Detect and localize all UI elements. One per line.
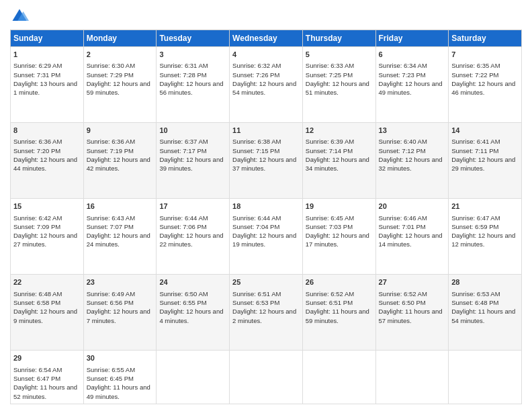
daylight: Daylight: 12 hours and 46 minutes. <box>451 80 515 96</box>
daylight: Daylight: 12 hours and 9 minutes. <box>13 308 77 324</box>
sunset: Sunset: 7:26 PM <box>232 71 279 79</box>
sunrise: Sunrise: 6:33 AM <box>306 62 354 69</box>
daylight: Daylight: 11 hours and 54 minutes. <box>451 308 515 324</box>
sunset: Sunset: 7:25 PM <box>306 71 353 79</box>
calendar-cell: 21Sunrise: 6:47 AMSunset: 6:59 PMDayligh… <box>449 199 522 275</box>
header-cell-friday: Friday <box>375 30 449 47</box>
calendar-cell: 15Sunrise: 6:42 AMSunset: 7:09 PMDayligh… <box>11 199 84 275</box>
daylight: Daylight: 12 hours and 54 minutes. <box>232 80 296 96</box>
sunrise: Sunrise: 6:35 AM <box>451 62 500 69</box>
day-number: 6 <box>379 50 446 60</box>
daylight: Daylight: 12 hours and 49 minutes. <box>379 80 443 96</box>
sunrise: Sunrise: 6:50 AM <box>159 290 208 298</box>
daylight: Daylight: 12 hours and 24 minutes. <box>87 232 150 248</box>
daylight: Daylight: 12 hours and 32 minutes. <box>379 156 443 172</box>
sunset: Sunset: 7:15 PM <box>232 147 279 154</box>
sunset: Sunset: 6:59 PM <box>451 223 498 230</box>
sunrise: Sunrise: 6:32 AM <box>232 62 281 69</box>
sunrise: Sunrise: 6:51 AM <box>232 290 281 298</box>
sunset: Sunset: 7:29 PM <box>87 71 134 79</box>
sunset: Sunset: 6:58 PM <box>13 299 60 306</box>
day-number: 9 <box>87 126 154 136</box>
day-number: 5 <box>306 50 373 60</box>
daylight: Daylight: 12 hours and 2 minutes. <box>232 308 296 324</box>
daylight: Daylight: 11 hours and 59 minutes. <box>306 308 369 324</box>
daylight: Daylight: 12 hours and 37 minutes. <box>232 156 296 172</box>
sunset: Sunset: 6:47 PM <box>13 375 60 382</box>
calendar-cell: 6Sunrise: 6:34 AMSunset: 7:23 PMDaylight… <box>375 47 449 123</box>
sunrise: Sunrise: 6:31 AM <box>159 62 208 69</box>
week-row-1: 1Sunrise: 6:29 AMSunset: 7:31 PMDaylight… <box>11 47 522 123</box>
sunset: Sunset: 7:07 PM <box>87 223 134 230</box>
sunset: Sunset: 6:50 PM <box>379 299 426 306</box>
calendar-cell: 7Sunrise: 6:35 AMSunset: 7:22 PMDaylight… <box>449 47 522 123</box>
calendar-cell: 20Sunrise: 6:46 AMSunset: 7:01 PMDayligh… <box>375 199 449 275</box>
sunset: Sunset: 7:06 PM <box>159 223 206 230</box>
sunset: Sunset: 7:12 PM <box>379 147 426 154</box>
calendar-cell: 22Sunrise: 6:48 AMSunset: 6:58 PMDayligh… <box>11 275 84 351</box>
header-cell-monday: Monday <box>83 30 157 47</box>
daylight: Daylight: 12 hours and 19 minutes. <box>232 232 296 248</box>
header-cell-thursday: Thursday <box>302 30 375 47</box>
daylight: Daylight: 12 hours and 59 minutes. <box>87 80 150 96</box>
day-number: 25 <box>232 277 300 287</box>
sunset: Sunset: 7:31 PM <box>13 71 60 79</box>
daylight: Daylight: 12 hours and 39 minutes. <box>159 156 223 172</box>
calendar-cell: 4Sunrise: 6:32 AMSunset: 7:26 PMDaylight… <box>230 47 303 123</box>
sunset: Sunset: 7:01 PM <box>379 223 426 230</box>
day-number: 3 <box>159 50 226 60</box>
calendar-cell: 28Sunrise: 6:53 AMSunset: 6:48 PMDayligh… <box>449 275 522 351</box>
day-number: 2 <box>87 50 154 60</box>
week-row-2: 8Sunrise: 6:36 AMSunset: 7:20 PMDaylight… <box>11 123 522 199</box>
sunrise: Sunrise: 6:30 AM <box>87 62 135 69</box>
day-number: 13 <box>379 126 446 136</box>
logo-icon <box>10 7 29 26</box>
sunrise: Sunrise: 6:37 AM <box>159 138 208 145</box>
day-number: 20 <box>379 201 446 212</box>
day-number: 7 <box>451 50 519 60</box>
calendar-table: SundayMondayTuesdayWednesdayThursdayFrid… <box>10 30 522 404</box>
calendar-cell: 3Sunrise: 6:31 AMSunset: 7:28 PMDaylight… <box>157 47 230 123</box>
daylight: Daylight: 12 hours and 4 minutes. <box>159 308 223 324</box>
sunset: Sunset: 6:51 PM <box>306 299 353 306</box>
sunrise: Sunrise: 6:48 AM <box>13 290 62 298</box>
sunset: Sunset: 7:17 PM <box>159 147 206 154</box>
sunset: Sunset: 6:56 PM <box>87 299 134 306</box>
calendar-cell: 18Sunrise: 6:44 AMSunset: 7:04 PMDayligh… <box>230 199 303 275</box>
day-number: 12 <box>306 126 373 136</box>
sunrise: Sunrise: 6:38 AM <box>232 138 281 145</box>
week-row-4: 22Sunrise: 6:48 AMSunset: 6:58 PMDayligh… <box>11 275 522 351</box>
daylight: Daylight: 12 hours and 17 minutes. <box>306 232 369 248</box>
week-row-5: 29Sunrise: 6:54 AMSunset: 6:47 PMDayligh… <box>11 351 522 404</box>
sunrise: Sunrise: 6:54 AM <box>13 366 62 373</box>
calendar-cell: 1Sunrise: 6:29 AMSunset: 7:31 PMDaylight… <box>11 47 84 123</box>
sunset: Sunset: 7:20 PM <box>13 147 60 154</box>
logo <box>10 7 32 26</box>
sunrise: Sunrise: 6:47 AM <box>451 214 500 222</box>
sunset: Sunset: 7:03 PM <box>306 223 353 230</box>
daylight: Daylight: 12 hours and 7 minutes. <box>87 308 150 324</box>
sunset: Sunset: 6:55 PM <box>159 299 206 306</box>
calendar-cell: 27Sunrise: 6:52 AMSunset: 6:50 PMDayligh… <box>375 275 449 351</box>
calendar-cell: 23Sunrise: 6:49 AMSunset: 6:56 PMDayligh… <box>83 275 157 351</box>
sunset: Sunset: 7:19 PM <box>87 147 134 154</box>
calendar-cell: 12Sunrise: 6:39 AMSunset: 7:14 PMDayligh… <box>302 123 375 199</box>
daylight: Daylight: 12 hours and 34 minutes. <box>306 156 369 172</box>
daylight: Daylight: 12 hours and 56 minutes. <box>159 80 223 96</box>
daylight: Daylight: 12 hours and 29 minutes. <box>451 156 515 172</box>
day-number: 24 <box>159 277 226 287</box>
calendar-cell: 2Sunrise: 6:30 AMSunset: 7:29 PMDaylight… <box>83 47 157 123</box>
sunrise: Sunrise: 6:55 AM <box>87 366 135 373</box>
calendar-cell: 13Sunrise: 6:40 AMSunset: 7:12 PMDayligh… <box>375 123 449 199</box>
sunset: Sunset: 6:45 PM <box>87 375 134 382</box>
day-number: 27 <box>379 277 446 287</box>
calendar-cell: 17Sunrise: 6:44 AMSunset: 7:06 PMDayligh… <box>157 199 230 275</box>
header-cell-wednesday: Wednesday <box>230 30 303 47</box>
header-cell-tuesday: Tuesday <box>157 30 230 47</box>
sunrise: Sunrise: 6:36 AM <box>87 138 135 145</box>
sunset: Sunset: 7:09 PM <box>13 223 60 230</box>
calendar-cell <box>375 351 449 404</box>
header-row: SundayMondayTuesdayWednesdayThursdayFrid… <box>11 30 522 47</box>
daylight: Daylight: 11 hours and 57 minutes. <box>379 308 443 324</box>
calendar-cell: 30Sunrise: 6:55 AMSunset: 6:45 PMDayligh… <box>83 351 157 404</box>
